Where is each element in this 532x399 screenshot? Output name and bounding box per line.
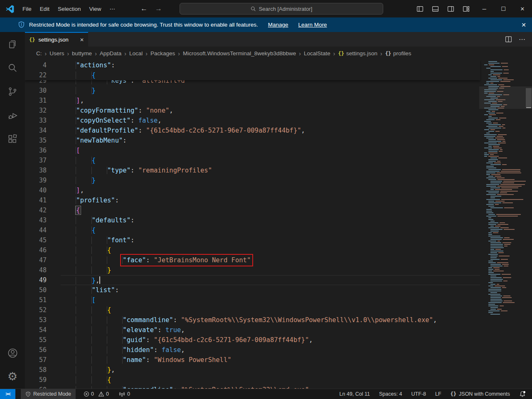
line-number: 35: [25, 135, 47, 145]
code-line[interactable]: 53 "commandline": "%SystemRoot%\\System3…: [25, 315, 480, 325]
code-line[interactable]: 43 "defaults":: [25, 215, 480, 225]
breadcrumb-item[interactable]: Microsoft.WindowsTerminal_8wekyb3d8bbwe: [183, 50, 296, 57]
code-line[interactable]: 4 "actions":: [25, 60, 480, 70]
line-number: 55: [25, 335, 47, 345]
line-content: "defaults":: [61, 215, 480, 225]
breadcrumb-item[interactable]: {}profiles: [385, 50, 411, 57]
code-line[interactable]: 36 [: [25, 145, 480, 155]
code-line[interactable]: 50 "list":: [25, 285, 480, 295]
encoding-status[interactable]: UTF-8: [408, 389, 430, 399]
code-line[interactable]: 57 "name": "Windows PowerShell": [25, 355, 480, 365]
cursor-position-status[interactable]: Ln 49, Col 11: [336, 389, 374, 399]
banner-manage-link[interactable]: Manage: [268, 22, 288, 28]
menu-edit[interactable]: Edit: [36, 4, 53, 14]
nav-forward-icon[interactable]: →: [155, 5, 162, 13]
breadcrumb-item[interactable]: Local: [129, 50, 143, 57]
source-control-icon[interactable]: [0, 79, 25, 103]
code-line[interactable]: 39 }: [25, 175, 480, 185]
toggle-sidebar-icon[interactable]: [416, 5, 424, 12]
customize-layout-icon[interactable]: [463, 5, 470, 12]
tab-settings-json[interactable]: {} settings.json ✕: [25, 32, 88, 47]
code-line[interactable]: 31 ],: [25, 96, 480, 106]
run-debug-icon[interactable]: [0, 103, 25, 127]
code-line[interactable]: 42 {: [25, 205, 480, 215]
menu-[interactable]: ⋯: [106, 3, 119, 14]
problems-status[interactable]: 0 0: [80, 389, 113, 399]
code-line[interactable]: 60 "commandline": "%SystemRoot%\\System3…: [25, 385, 480, 389]
toggle-panel-icon[interactable]: [432, 5, 439, 12]
breadcrumb-item[interactable]: Packages: [150, 50, 175, 57]
line-number: 38: [25, 165, 47, 175]
code-line[interactable]: 33 "copyOnSelect": false,: [25, 116, 480, 126]
code-line[interactable]: 44 {: [25, 225, 480, 235]
code-line[interactable]: 32 "copyFormatting": "none",: [25, 106, 480, 116]
accounts-icon[interactable]: [0, 341, 25, 365]
minimap[interactable]: [480, 60, 525, 389]
tab-close-icon[interactable]: ✕: [80, 37, 84, 43]
code-line[interactable]: 51 [: [25, 295, 480, 305]
code-line[interactable]: 22 {: [25, 70, 480, 80]
line-number: 41: [25, 195, 47, 205]
restricted-mode-status[interactable]: Restricted Mode: [21, 389, 76, 399]
breadcrumb-item[interactable]: LocalState: [304, 50, 330, 57]
settings-gear-icon[interactable]: ⚙: [0, 365, 25, 389]
indentation-status[interactable]: Spaces: 4: [375, 389, 406, 399]
breadcrumb-item[interactable]: {}settings.json: [338, 50, 377, 57]
code-line[interactable]: 34 "defaultProfile": "{61c54bbd-c2c6-527…: [25, 126, 480, 135]
menu-selection[interactable]: Selection: [54, 4, 85, 14]
extensions-icon[interactable]: [0, 127, 25, 150]
language-mode-status[interactable]: {} JSON with Comments: [447, 389, 514, 399]
code-line[interactable]: 45 "font":: [25, 235, 480, 245]
code-line[interactable]: 52 {: [25, 305, 480, 315]
explorer-icon[interactable]: [0, 32, 25, 56]
breadcrumb-item[interactable]: Users: [49, 50, 64, 57]
menu-view[interactable]: View: [86, 4, 105, 14]
nav-back-icon[interactable]: ←: [140, 5, 148, 13]
scrollbar-thumb[interactable]: [526, 88, 532, 107]
remote-indicator[interactable]: ><: [0, 389, 15, 399]
notifications-bell[interactable]: [515, 389, 530, 399]
breadcrumb-item[interactable]: C:: [36, 50, 42, 57]
code-line[interactable]: 46 {: [25, 245, 480, 255]
code-line[interactable]: 58 },: [25, 365, 480, 375]
code-line[interactable]: 47 "face": "JetBrainsMono Nerd Font": [25, 255, 480, 265]
banner-close-icon[interactable]: ✕: [521, 22, 526, 28]
vertical-scrollbar[interactable]: [525, 60, 532, 389]
maximize-button[interactable]: ☐: [494, 0, 513, 17]
close-window-button[interactable]: ✕: [513, 0, 532, 17]
code-line[interactable]: 56 "hidden": false,: [25, 345, 480, 355]
banner-learn-more-link[interactable]: Learn More: [298, 22, 327, 28]
line-number: 54: [25, 325, 47, 335]
line-content: {: [61, 245, 480, 255]
line-number: 43: [25, 215, 47, 225]
search-sidebar-icon[interactable]: [0, 56, 25, 79]
text-cursor: [99, 276, 100, 284]
sticky-scroll[interactable]: 4 "actions":22 {: [25, 60, 480, 80]
code-line[interactable]: 38 "type": "remainingProfiles": [25, 165, 480, 175]
code-line[interactable]: 48 }: [25, 265, 480, 275]
line-number: 59: [25, 375, 47, 385]
breadcrumb-item[interactable]: buttyme: [72, 50, 92, 57]
menu-file[interactable]: File: [19, 4, 35, 14]
minimize-button[interactable]: ─: [475, 0, 494, 17]
restricted-mode-label: Restricted Mode: [33, 391, 71, 397]
code-line[interactable]: 49 },: [25, 275, 480, 285]
breadcrumb-separator: ›: [145, 50, 148, 57]
code-line[interactable]: 30 }: [25, 86, 480, 96]
eol-status[interactable]: LF: [431, 389, 445, 399]
code-line[interactable]: 37 {: [25, 155, 480, 165]
code-line[interactable]: 55 "guid": "{61c54bbd-c2c6-5271-96e7-009…: [25, 335, 480, 345]
ports-status[interactable]: 0: [115, 389, 134, 399]
code-editor[interactable]: 4 "actions":22 { 29 "keys": "alt+shift+d…: [25, 60, 532, 389]
editor-more-actions-icon[interactable]: ⋯: [519, 35, 525, 43]
code-line[interactable]: 59 {: [25, 375, 480, 385]
code-line[interactable]: 41 "profiles":: [25, 195, 480, 205]
command-center-search[interactable]: Search [Administrator]: [180, 3, 383, 15]
breadcrumb-item[interactable]: AppData: [100, 50, 122, 57]
toggle-secondary-sidebar-icon[interactable]: [447, 5, 454, 12]
minimap-slider[interactable]: [479, 86, 532, 109]
split-editor-icon[interactable]: [505, 36, 512, 43]
code-line[interactable]: 40 ],: [25, 185, 480, 195]
code-line[interactable]: 35 "newTabMenu":: [25, 135, 480, 145]
code-line[interactable]: 54 "elevate": true,: [25, 325, 480, 335]
